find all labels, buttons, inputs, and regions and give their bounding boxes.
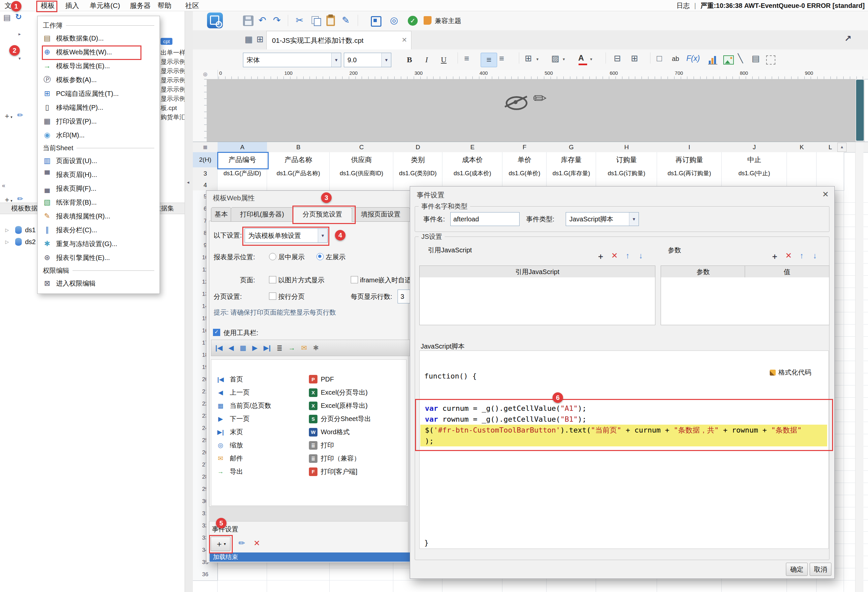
parameter-pane-canvas[interactable]: ✏	[207, 79, 855, 142]
param-move-down-icon[interactable]: ↓	[813, 251, 817, 260]
cell-G-3[interactable]: ds1.G(库存量)	[546, 167, 596, 180]
menu-item-9[interactable]: ◉水印(M)...	[38, 128, 159, 142]
font-color-icon[interactable]: A	[578, 53, 588, 66]
template-file-item[interactable]: 出单一样	[161, 49, 186, 57]
unmerge-cells-icon[interactable]: ⊞	[631, 53, 638, 63]
close-icon[interactable]: ✕	[822, 190, 829, 199]
js-code-editor[interactable]: function() { 格式化代码 var curnum = _g().get…	[419, 350, 829, 549]
toolbar-export-item-6[interactable]: ≣打印	[309, 441, 334, 450]
widget-manage-icon[interactable]	[371, 16, 381, 27]
tab-分页预览设置[interactable]: 分页预览设置	[293, 207, 352, 222]
checkbox-image-display[interactable]	[269, 276, 276, 283]
refresh-icon[interactable]: ↻	[15, 12, 22, 21]
checkbox-use-toolbar[interactable]	[213, 329, 220, 336]
rows-per-page-input[interactable]: 3	[397, 290, 411, 303]
template-file-item[interactable]: 显示示例	[161, 67, 186, 75]
tab-打印机(服务器)[interactable]: 打印机(服务器)	[231, 207, 294, 222]
sheet-grid-icon[interactable]: ▦	[245, 34, 253, 44]
remove-ref-js-icon[interactable]: ✕	[611, 251, 618, 260]
template-file-tag[interactable]: cpt	[161, 38, 173, 45]
subreport-icon[interactable]: ▤	[751, 53, 760, 63]
event-name-input[interactable]: afterload	[450, 212, 520, 226]
panel-divider[interactable]: ◂	[185, 11, 193, 592]
column-header-F[interactable]: F	[502, 142, 547, 153]
template-file-item[interactable]: 显示示例	[161, 94, 186, 103]
chevron-down-icon[interactable]: ▾	[563, 57, 565, 62]
row-header-36[interactable]: 36	[193, 568, 218, 581]
menubar-item-4[interactable]: 单元格(C)	[88, 1, 122, 10]
cell-L-2(H)[interactable]	[816, 152, 844, 168]
menubar-item-6[interactable]: 帮助	[156, 1, 173, 10]
cell-B-3[interactable]: ds1.G(产品名称)	[267, 167, 330, 180]
edit-parameter-pane-icon[interactable]: ✏	[533, 89, 547, 108]
log-label[interactable]: 日志	[676, 1, 689, 10]
open-template-icon[interactable]: ▤	[3, 13, 11, 22]
menu-item-15[interactable]: ✎报表填报属性(R)...	[38, 209, 159, 223]
toolbar-nav-item-2[interactable]: ◀上一页	[215, 388, 249, 397]
first-page-icon[interactable]: |◀	[215, 344, 223, 352]
menu-item-11[interactable]: ▥页面设置(U)...	[38, 154, 159, 168]
new-sheet-icon[interactable]: ⊞	[257, 34, 264, 44]
document-tab[interactable]: 01-JS实现工具栏添加计数.cpt ✕	[266, 31, 412, 50]
chevron-down-icon[interactable]: ▾	[536, 57, 539, 62]
fill-color-icon[interactable]: ▨	[551, 53, 559, 63]
code-line-2[interactable]: var rownum = _g().getCellValue("B1");	[420, 414, 827, 425]
use-toolbar-label[interactable]: 使用工具栏:	[223, 328, 258, 337]
font-size-select[interactable]: 9.0 ▾	[344, 53, 391, 67]
cell-K-2(H)[interactable]	[787, 152, 817, 168]
toolbar-nav-item-6[interactable]: ◎缩放	[215, 441, 243, 450]
cell-C-2(H)[interactable]: 供应商	[330, 152, 394, 168]
cell-E-3[interactable]: ds1.G(成本价)	[443, 167, 503, 180]
tree-expand-icon[interactable]: ▸	[18, 31, 21, 37]
row-header-3[interactable]: 3	[193, 167, 218, 180]
cell-H-2(H)[interactable]: 订购量	[596, 152, 657, 168]
widget-icon[interactable]: □	[657, 53, 662, 63]
border-icon[interactable]: ⊞	[525, 53, 532, 63]
menu-item-20[interactable]: ⊠进入权限编辑	[38, 276, 159, 290]
template-file-item[interactable]: 板.cpt	[161, 104, 177, 112]
underline-button[interactable]: U	[436, 53, 451, 66]
undo-icon[interactable]: ↶	[258, 15, 266, 26]
move-up-icon[interactable]: ↑	[626, 251, 630, 260]
toolbar-export-item-2[interactable]: XExcel(分页导出)	[309, 388, 368, 397]
cell-B-2(H)[interactable]: 产品名称	[267, 152, 330, 168]
add-template-icon[interactable]: ＋▾	[3, 111, 13, 121]
radio-left-display[interactable]	[316, 253, 324, 260]
scope-select[interactable]: 为该模板单独设置 ▾	[245, 228, 328, 243]
event-list-selected-row[interactable]: 加载结束	[210, 552, 411, 562]
save-icon[interactable]	[243, 15, 254, 26]
email-icon[interactable]: ✉	[301, 344, 307, 352]
menu-item-16[interactable]: ∥报表分栏(C)...	[38, 223, 159, 237]
popout-icon[interactable]: ↗	[844, 34, 852, 44]
code-line-4[interactable]: );	[420, 436, 827, 446]
chevron-down-icon[interactable]: ▾	[590, 57, 592, 62]
paste-icon[interactable]	[326, 15, 335, 26]
template-file-item[interactable]: 显示示例	[161, 57, 186, 66]
image-icon[interactable]	[723, 55, 734, 65]
template-file-item[interactable]: 显示示例	[161, 85, 186, 94]
setting-icon[interactable]: ✱	[313, 344, 319, 352]
tree-collapse-icon[interactable]: ▾	[18, 56, 21, 61]
italic-button[interactable]: I	[419, 53, 434, 66]
toolbar-export-item-3[interactable]: XExcel(原样导出)	[309, 401, 368, 410]
menu-item-5[interactable]: Ⓟ模板参数(A)...	[38, 73, 159, 87]
formula-icon[interactable]: F(x)	[686, 54, 700, 63]
toolbar-export-item-1[interactable]: PPDF	[309, 375, 334, 383]
template-file-item[interactable]: 购货单汇	[161, 113, 186, 122]
checkbox-row-paging[interactable]	[269, 293, 276, 300]
cell-F-2(H)[interactable]: 单价	[502, 152, 547, 168]
column-header-E[interactable]: E	[443, 142, 503, 153]
code-block[interactable]: var curnum = _g().getCellValue("A1");var…	[420, 403, 827, 446]
cell-F-3[interactable]: ds1.G(单价)	[502, 167, 547, 180]
cut-icon[interactable]: ✂	[296, 15, 303, 26]
checkbox-row-paging-label[interactable]: 按行分页	[278, 292, 305, 301]
ref-js-table-body[interactable]	[419, 277, 655, 325]
tab-填报页面设置[interactable]: 填报页面设置	[351, 207, 410, 222]
param-move-up-icon[interactable]: ↑	[800, 251, 804, 260]
cell-D-2(H)[interactable]: 类别	[393, 152, 443, 168]
row-header-4[interactable]: 4	[193, 180, 218, 191]
code-line-3[interactable]: $('#fr-btn-CustomToolBarButton').text("当…	[420, 425, 827, 436]
column-header-I[interactable]: I	[657, 142, 722, 153]
tab-close-icon[interactable]: ✕	[402, 36, 407, 44]
dataset-item-ds1[interactable]: ▷ds1	[5, 225, 35, 235]
